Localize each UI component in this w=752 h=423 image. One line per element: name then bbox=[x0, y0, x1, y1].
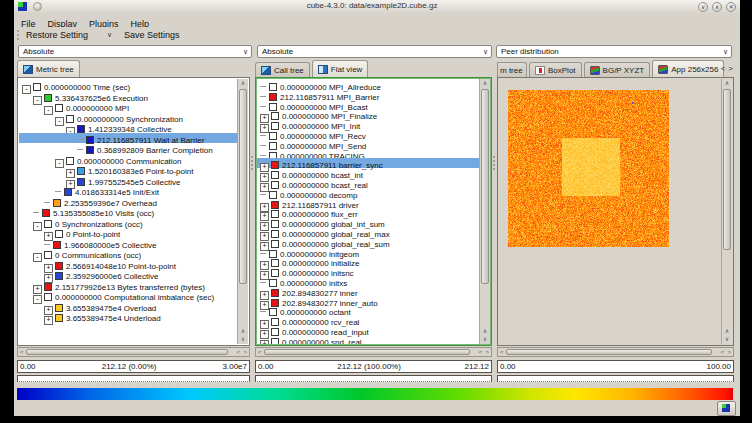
scroll-left-icon[interactable] bbox=[720, 348, 724, 356]
tree-row[interactable]: 2.253559396e7 Overhead bbox=[19, 196, 238, 207]
tab-scroll-right-icon[interactable] bbox=[728, 64, 733, 73]
scroll-left-icon[interactable] bbox=[258, 348, 262, 356]
tree-row[interactable]: -0 Communications (occ) bbox=[19, 248, 238, 259]
tree-row[interactable]: +2.151779926e13 Bytes transferred (bytes… bbox=[19, 280, 238, 291]
tab-scroll-left-icon[interactable] bbox=[721, 64, 726, 73]
scrollbar-thumb[interactable] bbox=[26, 349, 228, 355]
tree-row[interactable]: 0.368992809 Barrier Completion bbox=[19, 143, 238, 154]
expand-icon[interactable]: + bbox=[260, 340, 269, 344]
scroll-down-icon[interactable] bbox=[480, 335, 490, 344]
scroll-down-icon[interactable] bbox=[722, 335, 732, 344]
scroll-left-icon[interactable] bbox=[20, 348, 24, 356]
tree-row[interactable]: 0.000000000 octant bbox=[257, 305, 480, 315]
minimize-button[interactable] bbox=[698, 2, 708, 12]
scrollbar-thumb[interactable] bbox=[506, 349, 712, 355]
vertical-scrollbar[interactable] bbox=[237, 79, 248, 344]
tree-row[interactable]: +202.894830277 inner_auto bbox=[257, 296, 480, 306]
scrollbar-thumb[interactable] bbox=[264, 349, 470, 355]
vertical-scrollbar[interactable] bbox=[479, 79, 490, 344]
tree-row[interactable]: 0.000000000 decomp bbox=[257, 188, 480, 198]
tree-row[interactable]: +0.000000000 initsnc bbox=[257, 266, 480, 276]
tree-row[interactable]: +0.000000000 MPI_Finalize bbox=[257, 109, 480, 119]
tree-row[interactable]: 212.116857911 MPI_Barrier bbox=[257, 90, 480, 100]
scroll-left-icon[interactable] bbox=[478, 348, 482, 356]
scroll-down-icon[interactable] bbox=[238, 335, 248, 344]
title-bar[interactable]: cube-4.3.0: data/example2D.cube.gz bbox=[14, 0, 740, 14]
tree-row[interactable]: +212.116857911 driver bbox=[257, 198, 480, 208]
scrollbar-thumb[interactable] bbox=[481, 89, 489, 284]
expand-icon[interactable]: + bbox=[44, 316, 53, 325]
tree-row[interactable]: 212.116857911 Wait at Barrier bbox=[19, 133, 238, 144]
tree-row[interactable]: 0.000000000 MPI_Bcast bbox=[257, 100, 480, 110]
scroll-up-icon[interactable] bbox=[480, 79, 490, 88]
vertical-scrollbar[interactable] bbox=[721, 79, 732, 344]
tree-row[interactable]: -0.000000000 Communication bbox=[19, 154, 238, 165]
tree-row[interactable]: +2.359296000e6 Collective bbox=[19, 269, 238, 280]
tree-row[interactable]: +0.000000000 bcast_real bbox=[257, 178, 480, 188]
tree-row[interactable]: -1.412339348 Collective bbox=[19, 122, 238, 133]
tree-row[interactable]: -0 Synchronizations (occ) bbox=[19, 217, 238, 228]
tree-row[interactable]: -5.336437625e6 Execution bbox=[19, 91, 238, 102]
tree-row[interactable]: 0.000000000 MPI_Allreduce bbox=[257, 80, 480, 90]
horizontal-scrollbar[interactable] bbox=[255, 347, 492, 357]
scroll-left-icon[interactable] bbox=[500, 348, 504, 356]
horizontal-scrollbar[interactable] bbox=[17, 347, 250, 357]
tree-row[interactable]: +0.000000000 rcv_real bbox=[257, 315, 480, 325]
tree-row[interactable]: 0.000000000 initxs bbox=[257, 276, 480, 286]
horizontal-scrollbar[interactable] bbox=[497, 347, 734, 357]
maximize-button[interactable] bbox=[712, 2, 722, 12]
scroll-right-icon[interactable] bbox=[727, 348, 731, 356]
scrollbar-thumb[interactable] bbox=[239, 89, 247, 284]
tab-boxplot[interactable]: BoxPlot bbox=[529, 62, 582, 77]
tree-row[interactable]: +1.520160383e6 Point-to-point bbox=[19, 164, 238, 175]
restore-settings-button[interactable]: Restore Setting bbox=[26, 27, 88, 43]
tab-metric-tree[interactable]: Metric tree bbox=[17, 60, 80, 77]
tab-m-tree[interactable]: m tree bbox=[497, 62, 527, 77]
tree-row[interactable]: +0.000000000 global_int_sum bbox=[257, 217, 480, 227]
tree-row[interactable]: +0.000000000 flux_err bbox=[257, 207, 480, 217]
tree-row[interactable]: +0.000000000 global_real_max bbox=[257, 227, 480, 237]
scrollbar-thumb[interactable] bbox=[723, 89, 731, 250]
scroll-right-icon[interactable] bbox=[243, 348, 247, 356]
scroll-right-icon[interactable] bbox=[485, 348, 489, 356]
close-button[interactable] bbox=[726, 2, 736, 12]
scroll-up-icon[interactable] bbox=[238, 79, 248, 88]
tree-row[interactable]: +212.116857911 barrier_sync bbox=[257, 158, 480, 168]
scroll-left-icon[interactable] bbox=[236, 348, 240, 356]
scroll-up-icon[interactable] bbox=[722, 79, 732, 88]
cube-logo-button[interactable] bbox=[717, 401, 736, 416]
tab-bg-p-xyzt[interactable]: BG/P XYZT bbox=[584, 62, 651, 77]
tree-row[interactable]: -0.000000000 Synchronization bbox=[19, 112, 238, 123]
tree-row[interactable]: +0.000000000 snd_real bbox=[257, 335, 480, 344]
system-heatmap[interactable] bbox=[508, 90, 669, 247]
tab-app-256x256[interactable]: App 256x256 bbox=[652, 60, 724, 77]
tree-row[interactable]: 0.000000000 MPI_Recv bbox=[257, 129, 480, 139]
tree-row[interactable]: 0.000000000 initgeom bbox=[257, 247, 480, 257]
chevron-down-icon[interactable] bbox=[107, 27, 112, 43]
tree-row[interactable]: 1.966080000e5 Collective bbox=[19, 238, 238, 249]
tree-row[interactable]: +0.000000000 MPI_Init bbox=[257, 119, 480, 129]
tree-row[interactable]: 5.135355085e10 Visits (occ) bbox=[19, 206, 238, 217]
tree-row[interactable]: +3.655389475e4 Underload bbox=[19, 311, 238, 322]
tree-row[interactable]: +0 Point-to-point bbox=[19, 227, 238, 238]
tree-row[interactable]: +1.997552545e5 Collective bbox=[19, 175, 238, 186]
tree-row[interactable]: -0.000000000 Time (sec) bbox=[19, 80, 238, 91]
tree-row[interactable]: -0.000000000 Computational imbalance (se… bbox=[19, 290, 238, 301]
system-value-mode-select[interactable]: Peer distribution bbox=[496, 45, 732, 58]
tree-row[interactable]: 4.018633314e5 Init/Exit bbox=[19, 185, 238, 196]
call-value-mode-select[interactable]: Absolute bbox=[257, 45, 492, 58]
toolbar-grip[interactable] bbox=[17, 30, 21, 40]
tab-flat-view[interactable]: Flat view bbox=[312, 60, 369, 77]
tree-row[interactable]: 0.000000000 MPI_Send bbox=[257, 139, 480, 149]
tree-row[interactable]: -0.000000000 MPI bbox=[19, 101, 238, 112]
tree-row[interactable]: +2.566914048e10 Point-to-point bbox=[19, 259, 238, 270]
save-settings-button[interactable]: Save Settings bbox=[124, 27, 180, 43]
metric-value-mode-select[interactable]: Absolute bbox=[18, 45, 252, 58]
tree-row[interactable]: +0.000000000 read_input bbox=[257, 325, 480, 335]
tree-row[interactable]: +202.894830277 inner bbox=[257, 286, 480, 296]
tree-row[interactable]: +3.655389475e4 Overload bbox=[19, 301, 238, 312]
tree-row[interactable]: +0.000000000 bcast_int bbox=[257, 168, 480, 178]
tree-row[interactable]: +0.000000000 global_real_sum bbox=[257, 237, 480, 247]
tree-row[interactable]: 0.000000000 TRACING bbox=[257, 149, 480, 159]
tree-row[interactable]: +0.000000000 initialize bbox=[257, 256, 480, 266]
